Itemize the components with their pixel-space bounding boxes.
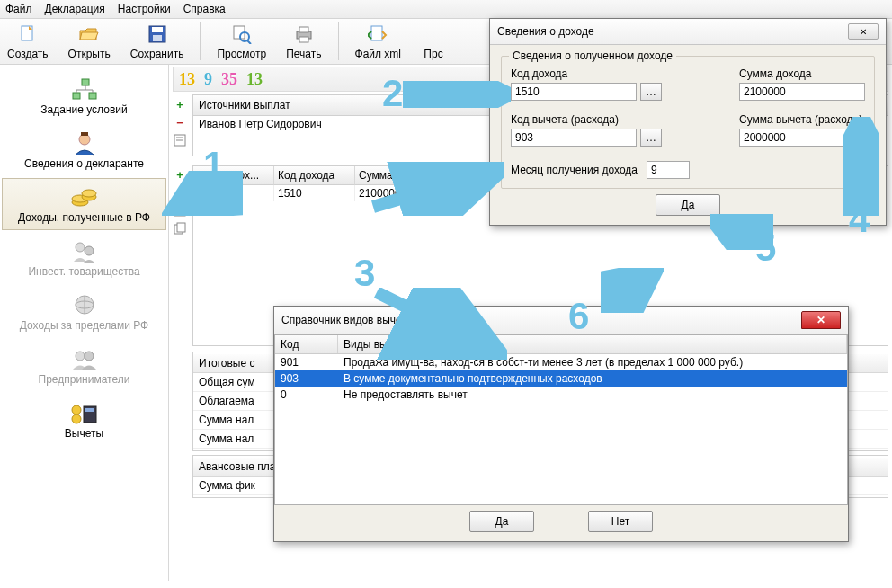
col-sum[interactable]: Сумма дох...	[355, 166, 445, 185]
sidebar-item-income-abroad[interactable]: Доходы за пределами РФ	[2, 286, 166, 338]
sidebar-item-invest[interactable]: Инвест. товарищества	[2, 232, 166, 284]
tool-check-label: Прс	[424, 48, 442, 60]
edit-source-button[interactable]	[173, 133, 187, 147]
form-tab-35[interactable]: 35	[221, 70, 237, 89]
col-code[interactable]: Код дохода	[274, 166, 355, 185]
cell: 2100000	[355, 185, 445, 201]
dialog-deduction-reference: Справочник видов вычетов ✕ Код Виды выче…	[273, 306, 849, 542]
tool-create-label: Создать	[7, 48, 49, 60]
svg-point-27	[76, 243, 85, 252]
svg-rect-11	[299, 27, 308, 32]
person-icon	[68, 130, 101, 157]
svg-point-33	[85, 352, 94, 361]
form-tab-13b[interactable]: 13	[246, 70, 263, 89]
svg-rect-41	[174, 205, 185, 216]
source-row[interactable]: Иванов Петр Сидорович	[199, 118, 322, 130]
sidebar-label: Доходы, полученные в РФ	[18, 211, 150, 224]
sidebar-item-deductions[interactable]: Вычеты	[2, 394, 166, 446]
partnership-icon	[68, 238, 101, 265]
tool-save[interactable]: Сохранить	[130, 22, 184, 60]
input-month[interactable]	[647, 161, 690, 179]
cancel-button[interactable]: Нет	[588, 511, 653, 532]
svg-marker-3	[80, 32, 98, 40]
group-legend: Сведения о полученном доходе	[509, 49, 676, 62]
cell: В сумме документально подтвержденных рас…	[338, 370, 847, 387]
new-file-icon	[15, 22, 40, 46]
form-tab-9[interactable]: 9	[204, 70, 212, 89]
ok-button[interactable]: Да	[469, 511, 534, 532]
tool-xml[interactable]: Файл xml	[355, 22, 402, 60]
folder-open-icon	[76, 22, 102, 46]
svg-rect-15	[73, 93, 80, 99]
tool-check[interactable]: Прс	[421, 22, 446, 60]
svg-rect-5	[152, 27, 163, 32]
input-income-sum[interactable]	[739, 83, 865, 101]
cell: Продажа имущ-ва, наход-ся в собст-ти мен…	[338, 354, 847, 370]
sidebar-item-conditions[interactable]: Задание условий	[2, 70, 166, 122]
close-button[interactable]: ✕	[848, 23, 879, 40]
tool-create[interactable]: Создать	[7, 22, 49, 60]
copy-income-button[interactable]	[173, 221, 187, 236]
list-item-selected[interactable]: 903 В сумме документально подтвержденных…	[275, 370, 847, 387]
sidebar-item-entrepreneurs[interactable]: Предприниматели	[2, 340, 166, 392]
svg-point-26	[82, 190, 96, 197]
income-groupbox: Сведения о полученном доходе Код дохода …	[501, 56, 875, 189]
sidebar-label: Сведения о декларанте	[24, 157, 144, 170]
sources-header: Источники выплат	[199, 99, 290, 111]
edit-income-button[interactable]	[173, 203, 187, 218]
svg-rect-22	[81, 132, 88, 136]
menu-declaration[interactable]: Декларация	[45, 3, 105, 15]
cell: 9	[193, 185, 274, 201]
cell: 0	[275, 387, 338, 403]
sidebar-label: Доходы за пределами РФ	[20, 319, 148, 332]
tool-open[interactable]: Открыть	[68, 22, 111, 60]
menu-file[interactable]: Файл	[5, 3, 32, 15]
lookup-income-code-button[interactable]: …	[640, 83, 662, 101]
sidebar: Задание условий Сведения о декларанте До…	[0, 65, 169, 581]
tool-print[interactable]: Печать	[286, 22, 321, 60]
sidebar-item-income-rf[interactable]: Доходы, полученные в РФ	[2, 178, 166, 230]
input-income-code[interactable]	[511, 83, 637, 101]
add-income-button[interactable]: +	[173, 167, 187, 182]
add-source-button[interactable]: +	[173, 97, 187, 111]
dialog-title: Справочник видов вычетов	[281, 314, 418, 326]
label-deduction-sum: Сумма вычета (расхода)	[739, 113, 865, 126]
svg-point-37	[72, 414, 81, 423]
cell: Не предоставлять вычет	[338, 387, 847, 403]
menubar: Файл Декларация Настройки Справка	[0, 0, 892, 19]
globe-coins-icon	[68, 292, 101, 319]
preview-icon	[229, 22, 254, 46]
sidebar-item-declarant[interactable]: Сведения о декларанте	[2, 124, 166, 176]
printer-icon	[291, 22, 317, 46]
xml-file-icon	[365, 22, 390, 46]
input-deduction-sum[interactable]	[739, 129, 865, 147]
calculator-coins-icon	[68, 400, 101, 427]
remove-source-button[interactable]: −	[173, 115, 187, 129]
col-desc[interactable]: Виды вычетов	[338, 335, 847, 353]
label-income-code: Код дохода	[511, 67, 712, 80]
dialog-title: Сведения о доходе	[497, 25, 594, 38]
input-deduction-code[interactable]	[511, 129, 637, 147]
lookup-deduction-code-button[interactable]: …	[640, 129, 662, 147]
form-tab-13[interactable]: 13	[179, 70, 195, 89]
close-button[interactable]: ✕	[801, 311, 841, 329]
svg-rect-35	[85, 408, 94, 412]
svg-rect-13	[371, 26, 382, 40]
svg-point-36	[72, 405, 81, 414]
list-item[interactable]: 0 Не предоставлять вычет	[275, 387, 847, 403]
label-deduction-code: Код вычета (расхода)	[511, 113, 712, 126]
menu-help[interactable]: Справка	[183, 3, 226, 15]
dialog-income-info: Сведения о доходе ✕ Сведения о полученно…	[489, 18, 887, 226]
col-month[interactable]: Месяц дох...	[193, 166, 274, 185]
cell: 1510	[274, 185, 355, 201]
svg-point-32	[76, 352, 85, 361]
remove-income-button[interactable]: −	[173, 185, 187, 200]
col-code[interactable]: Код	[275, 335, 338, 353]
menu-settings[interactable]: Настройки	[118, 3, 171, 15]
label-income-sum: Сумма дохода	[739, 67, 865, 80]
tool-view[interactable]: Просмотр	[217, 22, 266, 60]
list-item[interactable]: 901 Продажа имущ-ва, наход-ся в собст-ти…	[275, 354, 847, 370]
tool-view-label: Просмотр	[217, 48, 266, 60]
coins-icon	[68, 184, 101, 211]
ok-button[interactable]: Да	[656, 194, 720, 216]
